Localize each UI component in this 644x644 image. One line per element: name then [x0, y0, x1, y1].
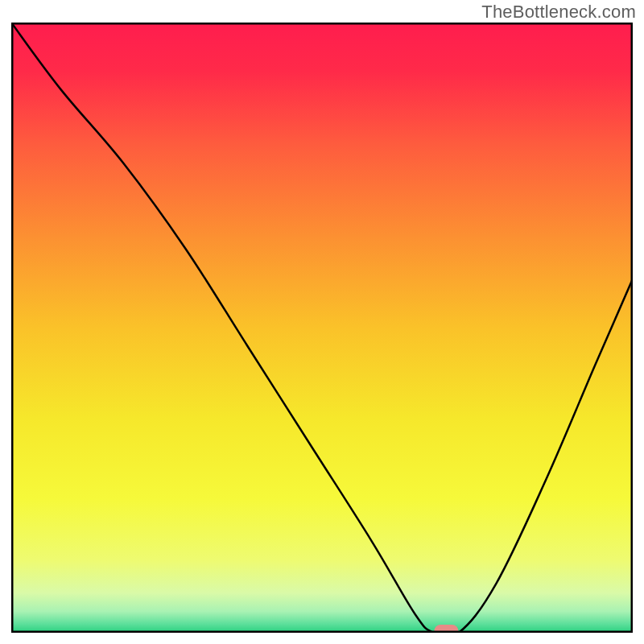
chart-svg — [11, 23, 633, 633]
gradient-background — [11, 23, 633, 633]
plot-area — [11, 23, 633, 633]
chart-container: TheBottleneck.com — [0, 0, 644, 644]
watermark-text: TheBottleneck.com — [481, 2, 636, 23]
